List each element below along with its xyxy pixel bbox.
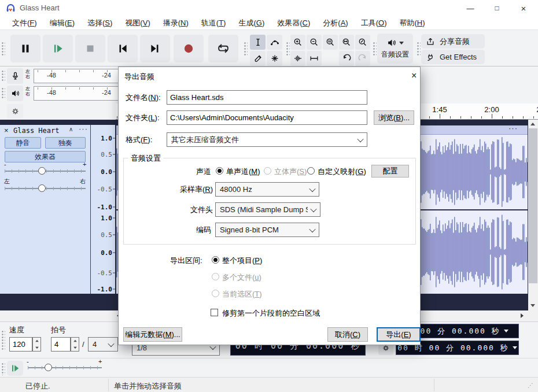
menu-help[interactable]: 帮助(H) [393,16,432,29]
play-button[interactable] [43,35,73,62]
record-button[interactable] [174,35,204,62]
play-speed-slider-thumb[interactable] [45,364,52,371]
skip-to-start-button[interactable] [108,35,138,62]
fit-selection-button[interactable] [323,35,338,50]
mute-button[interactable]: 静音 [5,137,41,149]
play-at-speed-button[interactable] [7,361,23,376]
vertical-ruler[interactable]: 1.0 0.5 0.0 -0.5 -1.0 1.0 0.5 0.0 -0.5 -… [91,125,116,294]
tempo-input[interactable] [9,337,32,352]
menu-file[interactable]: 文件(F) [6,16,43,29]
dialog-close-button[interactable]: × [408,69,420,82]
maximize-button[interactable]: □ [484,0,510,16]
filename-input[interactable] [167,90,367,105]
format-select[interactable]: 其它未压缩音频文件 [167,132,367,147]
tempo-spinner[interactable] [32,337,41,352]
gain-slider-thumb[interactable] [38,167,46,175]
menu-select[interactable]: 选择(S) [81,16,119,29]
record-meter-grabber[interactable] [1,70,5,82]
timeline-options-button[interactable] [7,104,23,119]
stop-button[interactable] [75,35,105,62]
trim-audio-button[interactable] [290,51,305,66]
effects-button[interactable]: 效果器 [5,151,86,162]
pan-slider-thumb[interactable] [38,184,46,192]
tools-toolbar-grabber[interactable] [244,42,248,56]
menu-analyze[interactable]: 分析(A) [316,16,354,29]
menu-tracks[interactable]: 轨道(T) [195,16,233,29]
scroll-up-arrow-icon[interactable] [530,123,535,125]
multi-tool-button[interactable] [267,51,282,66]
cancel-button[interactable]: 取消(C) [327,327,368,342]
share-audio-button[interactable]: 分享音频 [421,34,485,49]
play-speed-slider[interactable] [28,365,102,371]
menu-transport[interactable]: 播录(N) [157,16,195,29]
whole-project-radio[interactable] [212,256,219,264]
menu-generate[interactable]: 生成(G) [232,16,271,29]
minimize-button[interactable]: — [457,0,484,16]
transport-toolbar-grabber[interactable] [1,42,5,56]
record-meter-button[interactable] [7,68,23,84]
mono-radio[interactable] [216,167,223,175]
export-button[interactable]: 导出(E) [377,327,421,342]
close-button[interactable]: × [510,0,537,16]
trim-blank-label[interactable]: 修剪第一个片段前的空白区域 [222,308,320,319]
zoom-toggle-button[interactable] [355,35,370,50]
edit-toolbar-grabber[interactable] [286,42,290,56]
track-collapse-button[interactable]: ∧ [69,126,73,132]
track-close-button[interactable]: × [4,126,9,135]
samplerate-select[interactable]: 48000 Hz [215,182,319,197]
dropdown-arrow-icon[interactable] [504,330,508,332]
envelope-tool-button[interactable] [267,35,282,50]
mono-label[interactable]: 单声道(M) [226,167,260,177]
resize-grip[interactable]: ⋰ [528,382,534,389]
pause-button[interactable] [10,35,40,62]
zoom-in-button[interactable] [290,35,305,50]
vertical-scrollbar-thumb[interactable] [529,128,537,283]
folder-input[interactable] [167,110,367,125]
time-signature-upper-input[interactable] [51,337,71,352]
menu-view[interactable]: 视图(V) [119,16,156,29]
vertical-scrollbar[interactable] [528,120,538,310]
browse-button[interactable]: 浏览(B)... [374,110,414,125]
play-at-speed-grabber[interactable] [1,363,5,375]
current-selection-radio[interactable] [212,290,219,297]
menu-effect[interactable]: 效果器(C) [271,16,316,29]
track-title[interactable]: Glass Heart [13,127,59,135]
encoding-select[interactable]: Signed 8-bit PCM [215,223,319,237]
redo-button[interactable] [355,51,370,66]
configure-button[interactable]: 配置 [371,165,409,177]
edit-metadata-button[interactable]: 编辑元数据(M)... [123,327,182,342]
selection-tool-button[interactable] [250,35,266,50]
stereo-radio[interactable] [264,167,271,175]
header-select[interactable]: SDS (Midi Sample Dump St [215,202,320,217]
fit-project-button[interactable] [339,35,354,50]
audio-setup-button[interactable]: 音频设置 [377,34,413,64]
zoom-out-button[interactable] [307,35,322,50]
scroll-down-arrow-icon[interactable] [530,304,535,307]
time-signature-spinner[interactable] [71,337,79,352]
time-signature-toolbar-grabber[interactable] [1,330,5,351]
skip-to-end-button[interactable] [140,35,170,62]
audio-setup-toolbar-grabber[interactable] [373,42,377,56]
share-toolbar-grabber[interactable] [417,42,421,56]
solo-button[interactable]: 独奏 [45,137,86,149]
trim-blank-checkbox[interactable] [211,309,218,316]
multiple-files-radio[interactable] [212,273,219,280]
track-menu-button[interactable]: ··· [79,124,88,133]
play-meter-grabber[interactable] [1,87,5,99]
menu-edit[interactable]: 编辑(E) [43,16,81,29]
silence-audio-button[interactable] [307,51,322,66]
track-control-panel[interactable]: × Glass Heart ∧ ··· 静音 独奏 效果器 - + 左 右 [0,125,91,294]
custom-mapping-radio[interactable] [307,167,315,175]
play-meter-button[interactable] [7,86,23,101]
draw-tool-button[interactable] [250,51,266,66]
whole-project-label[interactable]: 整个项目(P) [222,256,262,266]
time-signature-lower-select[interactable]: 4 [88,337,118,352]
dropdown-arrow-icon[interactable] [513,346,517,349]
get-effects-button[interactable]: Get Effects [421,50,485,64]
loop-button[interactable] [208,35,238,62]
scroll-right-arrow-icon[interactable] [521,313,524,318]
undo-button[interactable] [339,51,354,66]
menu-tools[interactable]: 工具(O) [355,16,393,29]
clip-menu-button[interactable]: ··· [508,124,518,132]
custom-mapping-label[interactable]: 自定义映射(G) [318,167,366,177]
